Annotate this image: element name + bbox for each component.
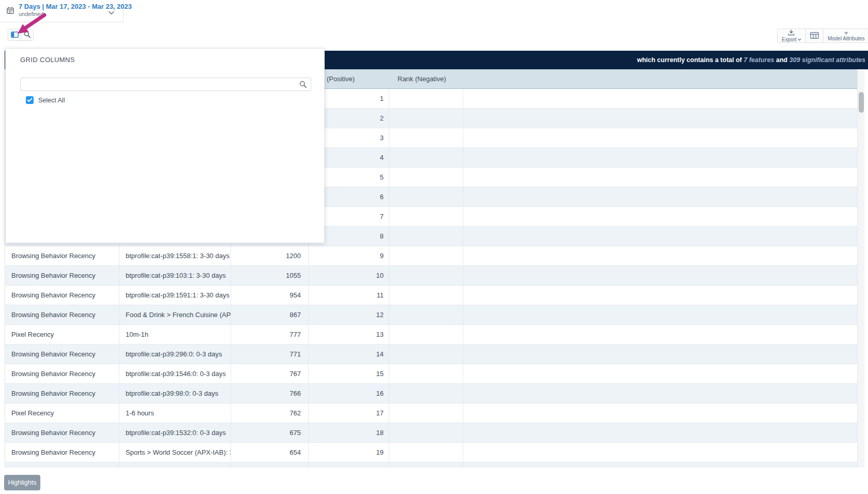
cell-rank-positive: 9 [309, 246, 389, 265]
grid-view-button[interactable] [805, 29, 823, 42]
cell-value: 766 [231, 384, 309, 403]
cell-value: 654 [231, 443, 309, 462]
cell-attribute: btprofile:cat-p39:1532:0: 0-3 days [119, 423, 231, 442]
cell-rank-negative [389, 384, 463, 403]
table-row[interactable]: Browsing Behavior Recency btprofile:cat-… [5, 266, 857, 286]
cell-feature: Pixel Recency [5, 403, 119, 423]
cell-filler [463, 168, 857, 187]
cell-rank-negative [389, 325, 463, 344]
cell-rank-positive: 10 [309, 266, 389, 285]
cell-feature: Browsing Behavior Recency [5, 305, 119, 324]
cell-value: 767 [231, 364, 309, 383]
cell-rank-positive: 11 [309, 286, 389, 305]
cell-rank-negative [389, 246, 463, 265]
cell-value: 762 [231, 403, 309, 423]
cell-attribute: btprofile:cat-p39:1546:0: 0-3 days [119, 364, 231, 383]
vertical-scrollbar-thumb[interactable] [859, 92, 864, 113]
cell-value: 1055 [231, 266, 309, 285]
export-button[interactable]: Export [778, 29, 805, 42]
cell-feature: Pixel Recency [5, 325, 119, 344]
table-row[interactable]: Browsing Behavior Recency btprofile:cat-… [5, 345, 857, 364]
cell-attribute: btprofile:cat-p39:98:0: 0-3 days [119, 384, 231, 403]
cell-rank-positive: 16 [309, 384, 389, 403]
cell-rank-positive: 18 [309, 423, 389, 442]
cell-attribute [119, 462, 231, 468]
cell-feature: Browsing Behavior Recency [5, 384, 119, 403]
vertical-scrollbar-track[interactable] [857, 70, 864, 468]
grid-columns-button[interactable] [8, 29, 21, 40]
cell-attribute: btprofile:cat-p39:1558:1: 3-30 days [119, 246, 231, 265]
table-row[interactable] [5, 462, 857, 468]
cell-filler [463, 227, 857, 246]
table-row[interactable]: Browsing Behavior Recency Sports > World… [5, 443, 857, 462]
columns-icon [11, 31, 19, 40]
cell-rank-positive: 17 [309, 403, 389, 423]
cell-rank-negative [389, 148, 463, 167]
cell-attribute: 1-6 hours [119, 403, 231, 423]
date-range-sublabel: undefined [19, 11, 43, 17]
cell-rank-positive: 19 [309, 443, 389, 462]
cell-filler [463, 384, 857, 403]
cell-rank-negative [389, 286, 463, 305]
cell-attribute: Sports > World Soccer (APX-IAB): 3-30 … [119, 443, 231, 462]
table-row[interactable]: Pixel Recency 1-6 hours 762 17 [5, 403, 857, 423]
cell-feature: Browsing Behavior Recency [5, 364, 119, 383]
popup-title: GRID COLUMNS [20, 56, 75, 64]
cell-value [231, 462, 309, 468]
cell-attribute: 10m-1h [119, 325, 231, 344]
grid-columns-popup: GRID COLUMNS Select All [5, 48, 325, 243]
cell-feature: Browsing Behavior Recency [5, 246, 119, 265]
cell-value: 777 [231, 325, 309, 344]
date-range-selector[interactable]: 7 Days | Mar 17, 2023 - Mar 23, 2023 und… [0, 0, 124, 22]
table-row[interactable]: Browsing Behavior Recency btprofile:cat-… [5, 384, 857, 403]
model-attributes-button[interactable]: + Model Attributes [823, 29, 868, 42]
select-all-row: Select All [26, 96, 65, 104]
cell-value: 675 [231, 423, 309, 442]
cell-filler [463, 305, 857, 324]
cell-filler [463, 423, 857, 442]
cell-rank-positive: 14 [309, 345, 389, 364]
cell-rank-negative [389, 364, 463, 383]
cell-rank-negative [389, 109, 463, 128]
cell-rank-positive: 12 [309, 305, 389, 324]
cell-rank-positive: 13 [309, 325, 389, 344]
banner-text-prefix: which currently contains a total of [637, 56, 743, 64]
column-header-rank-negative[interactable]: Rank (Negative) [389, 75, 463, 83]
cell-feature: Browsing Behavior Recency [5, 443, 119, 462]
cell-filler [463, 207, 857, 226]
column-search-input[interactable] [20, 78, 311, 91]
cell-rank-negative [389, 462, 463, 468]
app-root: 7 Days | Mar 17, 2023 - Mar 23, 2023 und… [0, 0, 868, 494]
cell-filler [463, 109, 857, 128]
chevron-down-icon [798, 38, 801, 41]
cell-filler [463, 286, 857, 305]
cell-rank-negative [389, 227, 463, 246]
search-icon [299, 81, 307, 90]
banner-attributes-count: 309 significant attributes [789, 56, 865, 64]
cell-filler [463, 187, 857, 206]
cell-filler [463, 462, 857, 468]
cell-attribute: btprofile:cat-p39:296:0: 0-3 days [119, 345, 231, 364]
table-actions-group: Export + Model Attributes [777, 28, 868, 43]
model-attributes-label: Model Attributes [828, 36, 865, 41]
cell-filler [463, 345, 857, 364]
grid-search-button[interactable] [21, 29, 33, 40]
cell-feature: Browsing Behavior Recency [5, 345, 119, 364]
table-row[interactable]: Browsing Behavior Recency btprofile:cat-… [5, 423, 857, 443]
banner-features-count: 7 features [744, 56, 774, 64]
table-row[interactable]: Browsing Behavior Recency btprofile:cat-… [5, 364, 857, 384]
cell-rank-negative [389, 443, 463, 462]
cell-filler [463, 364, 857, 383]
table-row[interactable]: Browsing Behavior Recency Food & Drink >… [5, 305, 857, 325]
table-row[interactable]: Browsing Behavior Recency btprofile:cat-… [5, 286, 857, 305]
table-row[interactable]: Pixel Recency 10m-1h 777 13 [5, 325, 857, 345]
cell-rank-negative [389, 89, 463, 108]
select-all-checkbox[interactable] [26, 96, 34, 104]
highlights-button[interactable]: Highlights [4, 475, 40, 490]
cell-rank-negative [389, 207, 463, 226]
cell-filler [463, 443, 857, 462]
plus-icon: + [844, 30, 848, 36]
table-row[interactable]: Browsing Behavior Recency btprofile:cat-… [5, 246, 857, 266]
date-range-label: 7 Days | Mar 17, 2023 - Mar 23, 2023 [19, 3, 132, 10]
cell-rank-negative [389, 168, 463, 187]
